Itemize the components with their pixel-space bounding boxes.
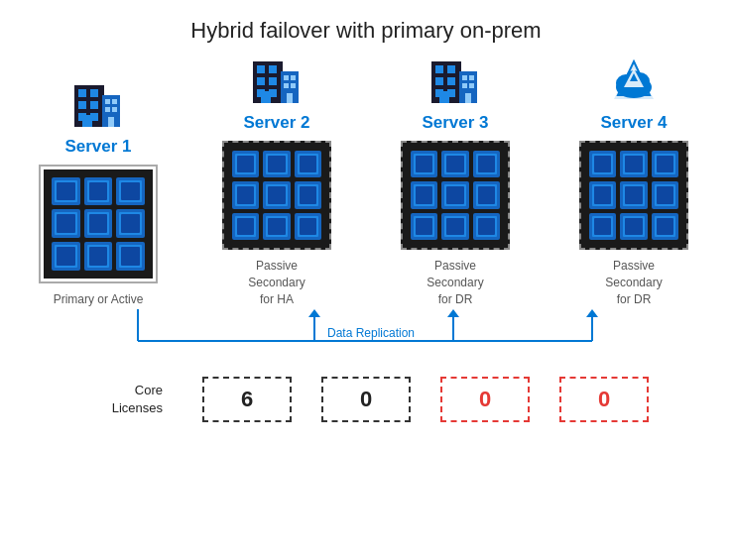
license-box-2: 0 <box>321 377 411 422</box>
svg-rect-30 <box>447 65 455 73</box>
cloud-icon-4 <box>606 54 662 109</box>
chip-2-8 <box>263 213 290 240</box>
svg-rect-9 <box>105 99 110 104</box>
chip-1-5 <box>84 209 113 238</box>
chip-1-1 <box>52 177 80 206</box>
chip-3-2 <box>441 151 468 177</box>
svg-marker-54 <box>447 309 459 317</box>
svg-marker-56 <box>586 309 598 317</box>
chip-2-6 <box>295 181 321 208</box>
svg-rect-17 <box>257 77 265 85</box>
building-icon-2 <box>249 54 305 109</box>
svg-rect-31 <box>435 77 443 85</box>
server3-label: Server 3 <box>422 113 488 133</box>
license-value-2: 0 <box>360 387 372 412</box>
svg-rect-27 <box>287 93 293 103</box>
license-box-4: 0 <box>559 377 649 422</box>
chip-3-9 <box>473 213 500 240</box>
server1-desc: Primary or Active <box>54 291 144 308</box>
chip-1-8 <box>84 242 113 271</box>
svg-rect-1 <box>78 89 86 97</box>
chip-4-1 <box>589 151 616 177</box>
page-title: Hybrid failover with primary on-prem <box>190 18 541 44</box>
svg-rect-41 <box>465 93 471 103</box>
server-col-3: Server 3 PassiveSecondaryfor DR <box>381 54 530 307</box>
server-col-4: Server 4 PassiveSecondaryfor DR <box>559 54 708 307</box>
chip-3-3 <box>473 151 500 177</box>
server-col-2: Server 2 PassiveSecondaryfor HA <box>202 54 351 307</box>
chip-2-2 <box>263 151 290 177</box>
chip-2-7 <box>232 213 259 240</box>
building-icon-3 <box>427 54 483 109</box>
svg-rect-23 <box>284 75 289 80</box>
servers-section: Server 1 Primary or Active <box>24 54 708 307</box>
chip-4-5 <box>620 181 647 208</box>
server3-desc: PassiveSecondaryfor DR <box>427 258 483 307</box>
svg-marker-52 <box>308 309 320 317</box>
svg-rect-3 <box>78 101 86 109</box>
chip-4-2 <box>620 151 647 177</box>
server1-box <box>44 169 153 279</box>
chip-4-7 <box>589 213 616 240</box>
svg-rect-40 <box>469 83 474 88</box>
svg-rect-24 <box>291 75 296 80</box>
chip-3-1 <box>411 151 437 177</box>
chip-4-4 <box>589 181 616 208</box>
svg-rect-13 <box>108 117 114 127</box>
chip-3-8 <box>441 213 468 240</box>
license-value-1: 6 <box>241 387 253 412</box>
chip-4-6 <box>652 181 678 208</box>
svg-rect-39 <box>462 83 467 88</box>
replication-area: Data Replication <box>63 309 678 359</box>
chip-2-1 <box>232 151 259 177</box>
svg-rect-21 <box>261 91 271 103</box>
svg-rect-10 <box>112 99 117 104</box>
svg-rect-11 <box>105 107 110 112</box>
server1-label: Server 1 <box>64 137 131 157</box>
license-box-3: 0 <box>440 377 530 422</box>
svg-rect-7 <box>82 115 92 127</box>
server4-box <box>579 141 688 250</box>
svg-rect-12 <box>112 107 117 112</box>
license-value-4: 0 <box>598 387 610 412</box>
server-col-1: Server 1 Primary or Active <box>24 77 173 308</box>
svg-text:Data Replication: Data Replication <box>327 326 415 340</box>
svg-rect-2 <box>90 89 98 97</box>
chip-3-7 <box>411 213 437 240</box>
building-icon-1 <box>70 77 126 133</box>
chip-1-4 <box>52 209 80 238</box>
chip-1-7 <box>52 242 80 271</box>
chip-3-5 <box>441 181 468 208</box>
chip-4-3 <box>652 151 678 177</box>
licenses-row: CoreLicenses 6 0 0 0 <box>0 377 732 422</box>
core-licenses-label: CoreLicenses <box>83 382 163 417</box>
server2-label: Server 2 <box>243 113 309 133</box>
chip-3-6 <box>473 181 500 208</box>
svg-rect-26 <box>291 83 296 88</box>
svg-rect-29 <box>435 65 443 73</box>
svg-rect-16 <box>269 65 277 73</box>
server2-box <box>222 141 331 250</box>
chip-1-3 <box>116 177 145 206</box>
chip-2-4 <box>232 181 259 208</box>
svg-rect-25 <box>284 83 289 88</box>
svg-rect-35 <box>439 91 449 103</box>
chip-2-5 <box>263 181 290 208</box>
svg-rect-37 <box>462 75 467 80</box>
server1-outer-border <box>39 165 158 283</box>
chip-2-9 <box>295 213 321 240</box>
svg-rect-32 <box>447 77 455 85</box>
license-value-3: 0 <box>479 387 491 412</box>
server4-label: Server 4 <box>600 113 667 133</box>
chip-1-2 <box>84 177 113 206</box>
server4-desc: PassiveSecondaryfor DR <box>605 258 662 307</box>
svg-rect-15 <box>257 65 265 73</box>
svg-rect-38 <box>469 75 474 80</box>
chip-1-6 <box>116 209 145 238</box>
license-box-1: 6 <box>202 377 292 422</box>
chip-1-9 <box>116 242 145 271</box>
chip-4-9 <box>652 213 678 240</box>
diagram-area: Server 1 Primary or Active <box>0 54 732 422</box>
server2-desc: PassiveSecondaryfor HA <box>248 258 305 307</box>
svg-rect-18 <box>269 77 277 85</box>
